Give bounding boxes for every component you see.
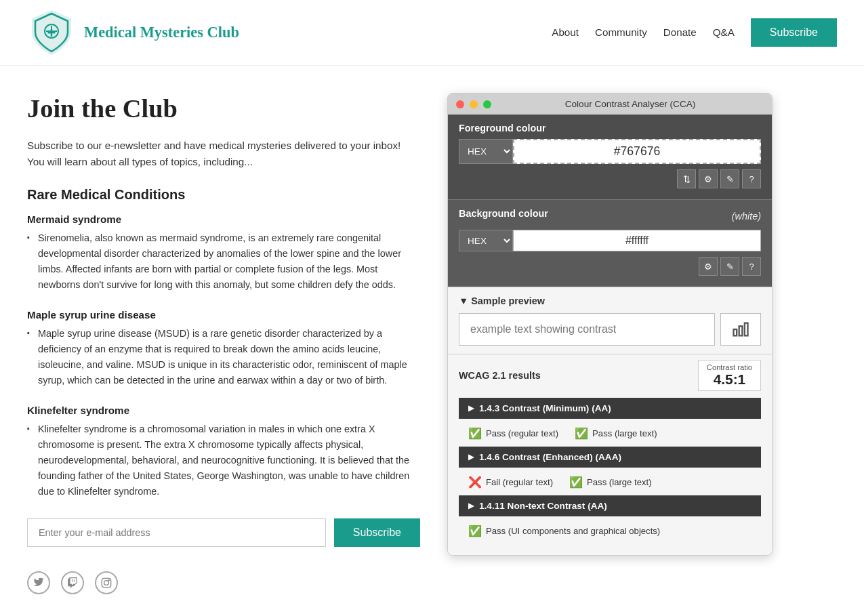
nav-links: About Community Donate Q&A Subscribe <box>552 18 837 47</box>
cca-wcag-title: WCAG 2.1 results <box>459 370 541 381</box>
cca-bg-input-row: HEX <box>459 230 761 251</box>
cca-check-143-0: ✅ Pass (regular text) <box>468 427 558 440</box>
page-title: Join the Club <box>27 93 420 124</box>
cca-foreground-section: Foreground colour HEX ⇅ ⚙ ✎ ? <box>448 115 772 199</box>
nav-link-about[interactable]: About <box>552 26 579 38</box>
svg-rect-7 <box>734 329 737 335</box>
cca-result-title-146: 1.4.6 Contrast (Enhanced) (AAA) <box>479 452 621 462</box>
intro-text: Subscribe to our e-newsletter and have m… <box>27 138 420 171</box>
left-content: Join the Club Subscribe to our e-newslet… <box>27 93 420 608</box>
cca-bg-format-select[interactable]: HEX <box>459 230 513 251</box>
cca-fg-settings-btn[interactable]: ⚙ <box>699 169 718 188</box>
cca-bg-label-row: Background colour (white) <box>459 208 761 224</box>
cca-foreground-label: Foreground colour <box>459 123 761 134</box>
cca-result-checks-146: ❌ Fail (regular text) ✅ Pass (large text… <box>459 472 761 493</box>
cca-background-label: Background colour <box>459 208 548 219</box>
cca-bg-settings-btn[interactable]: ⚙ <box>699 257 718 276</box>
condition-maple-desc: Maple syrup urine disease (MSUD) is a ra… <box>27 326 420 388</box>
nav-link-donate[interactable]: Donate <box>663 26 697 38</box>
cca-arrow-143: ▶ <box>468 404 474 413</box>
nav-logo-text: Medical Mysteries Club <box>84 24 239 41</box>
cca-title: Colour Contrast Analyser (CCA) <box>497 99 764 109</box>
cca-contrast-label: Contrast ratio <box>707 363 752 371</box>
social-icons <box>27 571 420 594</box>
cca-chart-button[interactable] <box>720 313 761 346</box>
cca-fg-tools: ⇅ ⚙ ✎ ? <box>459 169 761 194</box>
cca-pass-icon-143-1: ✅ <box>575 427 588 440</box>
condition-mermaid: Mermaid syndrome Sirenomelia, also known… <box>27 213 420 293</box>
nav-link-qa[interactable]: Q&A <box>713 26 735 38</box>
cca-pass-icon-146-1: ✅ <box>569 476 583 489</box>
condition-maple-name: Maple syrup urine disease <box>27 309 420 321</box>
condition-mermaid-name: Mermaid syndrome <box>27 213 420 225</box>
cca-bg-tools: ⚙ ✎ ? <box>459 257 761 281</box>
cca-result-bar-1411[interactable]: ▶ 1.4.11 Non-text Contrast (AA) <box>459 495 761 516</box>
condition-maple: Maple syrup urine disease Maple syrup ur… <box>27 309 420 388</box>
chart-icon <box>731 320 750 339</box>
cca-fg-hex-input[interactable] <box>513 139 761 164</box>
cca-arrow-1411: ▶ <box>468 501 474 510</box>
cca-fg-swap-btn[interactable]: ⇅ <box>677 169 696 188</box>
cca-result-checks-1411: ✅ Pass (UI components and graphical obje… <box>459 520 761 541</box>
cca-check-143-1: ✅ Pass (large text) <box>575 427 657 440</box>
cca-bg-hex-input[interactable] <box>513 230 761 251</box>
cca-dot-yellow <box>470 100 478 108</box>
condition-klinefelter-name: Klinefelter syndrome <box>27 405 420 416</box>
cca-check-1411-0: ✅ Pass (UI components and graphical obje… <box>468 525 660 537</box>
cca-bg-help-btn[interactable]: ? <box>742 257 761 276</box>
navbar: + Medical Mysteries Club About Community… <box>0 0 864 66</box>
nav-link-community[interactable]: Community <box>595 26 647 38</box>
cca-contrast-value: 4.5:1 <box>707 371 752 388</box>
cca-wcag-header: WCAG 2.1 results Contrast ratio 4.5:1 <box>459 360 761 391</box>
cca-arrow-146: ▶ <box>468 453 474 461</box>
nav-subscribe-button[interactable]: Subscribe <box>751 18 837 47</box>
cca-contrast-box: Contrast ratio 4.5:1 <box>698 360 761 391</box>
cca-dot-green <box>483 100 491 108</box>
cca-titlebar: Colour Contrast Analyser (CCA) <box>448 94 772 115</box>
cca-fg-eyedropper-btn[interactable]: ✎ <box>720 169 739 188</box>
cca-preview-section: ▼ Sample preview example text showing co… <box>448 287 772 354</box>
cca-result-checks-143: ✅ Pass (regular text) ✅ Pass (large text… <box>459 423 761 444</box>
nav-logo: + Medical Mysteries Club <box>27 8 239 57</box>
svg-point-6 <box>108 580 109 581</box>
cca-check-label-143-0: Pass (regular text) <box>486 428 558 438</box>
cca-fg-format-select[interactable]: HEX <box>459 139 513 164</box>
cca-check-label-146-1: Pass (large text) <box>587 477 651 487</box>
cca-background-section: Background colour (white) HEX ⚙ ✎ ? <box>448 199 772 287</box>
svg-rect-4 <box>102 579 110 588</box>
cca-sample-text: example text showing contrast <box>459 313 715 346</box>
cca-check-label-1411-0: Pass (UI components and graphical object… <box>486 526 660 536</box>
subscribe-row: Subscribe <box>27 518 420 547</box>
section-title: Rare Medical Conditions <box>27 187 420 203</box>
cca-check-label-146-0: Fail (regular text) <box>486 477 553 487</box>
condition-klinefelter: Klinefelter syndrome Klinefelter syndrom… <box>27 405 420 499</box>
cca-result-bar-143[interactable]: ▶ 1.4.3 Contrast (Minimum) (AA) <box>459 398 761 419</box>
svg-point-5 <box>104 581 109 586</box>
condition-klinefelter-desc: Klinefelter syndrome is a chromosomal va… <box>27 422 420 499</box>
cca-check-146-1: ✅ Pass (large text) <box>569 476 651 489</box>
cca-result-title-143: 1.4.3 Contrast (Minimum) (AA) <box>479 403 611 413</box>
cca-preview-label: ▼ Sample preview <box>459 295 761 306</box>
cca-bg-white-label: (white) <box>732 211 761 222</box>
cca-result-bar-146[interactable]: ▶ 1.4.6 Contrast (Enhanced) (AAA) <box>459 447 761 468</box>
main-layout: Join the Club Subscribe to our e-newslet… <box>0 66 864 608</box>
cca-fg-help-btn[interactable]: ? <box>742 169 761 188</box>
cca-fg-input-row: HEX <box>459 139 761 164</box>
cca-pass-icon-143-0: ✅ <box>468 427 482 440</box>
twitter-icon[interactable] <box>27 571 50 594</box>
svg-rect-8 <box>739 326 743 335</box>
cca-fail-icon-146-0: ❌ <box>468 476 482 489</box>
twitch-icon[interactable] <box>61 571 84 594</box>
cca-body: Foreground colour HEX ⇅ ⚙ ✎ ? Backgrou <box>448 115 772 555</box>
email-input[interactable] <box>27 518 326 547</box>
cca-pass-icon-1411-0: ✅ <box>468 525 482 537</box>
cca-bg-eyedropper-btn[interactable]: ✎ <box>720 257 739 276</box>
cca-wcag-section: WCAG 2.1 results Contrast ratio 4.5:1 ▶ … <box>448 354 772 555</box>
cca-preview-row: example text showing contrast <box>459 313 761 346</box>
cca-dot-red <box>456 100 464 108</box>
cca-result-title-1411: 1.4.11 Non-text Contrast (AA) <box>479 501 607 511</box>
subscribe-button[interactable]: Subscribe <box>334 518 420 547</box>
logo-icon: + <box>27 8 76 57</box>
instagram-icon[interactable] <box>95 571 118 594</box>
cca-check-146-0: ❌ Fail (regular text) <box>468 476 553 489</box>
